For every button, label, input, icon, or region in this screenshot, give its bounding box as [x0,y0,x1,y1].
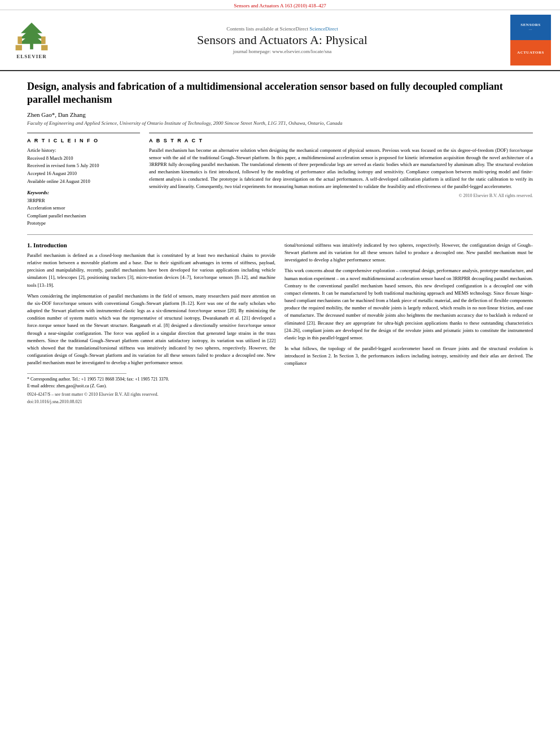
body-right-col: tional/torsional stiffness was intuitive… [285,242,533,405]
elsevier-logo: ELSEVIER [9,21,54,59]
article-info-col: A R T I C L E I N F O Article history: R… [27,133,140,228]
svg-rect-5 [41,45,47,50]
available-date: Available online 24 August 2010 [27,178,140,185]
right-para-3: In what follows, the topology of the par… [285,345,533,368]
footnote-corresponding: * Corresponding author. Tel.: +1 1905 72… [27,376,275,383]
keywords-section: Keywords: 3RRPRR Acceleration sensor Com… [27,190,140,228]
body-left-col: 1. Introduction Parallel mechanism is de… [27,242,275,405]
svg-rect-6 [18,36,22,43]
citation-text: Sensors and Actuators A 163 (2010) 418–4… [234,3,326,8]
right-para-1: tional/torsional stiffness was intuitive… [285,242,533,264]
section-divider [27,234,533,235]
elsevier-wordmark: ELSEVIER [16,54,47,59]
copyright: © 2010 Elsevier B.V. All rights reserved… [149,193,533,198]
intro-para-2: When considering the implementation of p… [27,292,275,367]
badge-top: SENSORS ··· [510,15,551,40]
keyword-4: Prototype [27,220,140,228]
badge-bottom: AcTUATORS [510,40,551,65]
section-title: Introduction [33,242,67,248]
author-names: Zhen Gao*, Dan Zhang [27,111,86,118]
revised-date: Received in revised form 5 July 2010 [27,162,140,169]
history-label: Article history: [27,147,140,154]
abstract-col: A B S T R A C T Parallel mechanism has b… [149,133,533,228]
intro-para-1: Parallel mechanism is defined as a close… [27,252,275,289]
abstract-label: A B S T R A C T [149,138,533,143]
intro-heading: 1. Introduction [27,242,275,248]
sciencedirect-line: Contents lists available at ScienceDirec… [63,26,501,32]
top-citation-bar: Sensors and Actuators A 163 (2010) 418–4… [0,0,560,10]
svg-rect-7 [41,36,46,43]
paper-title: Design, analysis and fabrication of a mu… [27,80,533,107]
abstract-text: Parallel mechanism has become an alterna… [149,147,533,190]
doi-line: doi:10.1016/j.sna.2010.08.021 [27,399,275,404]
authors: Zhen Gao*, Dan Zhang [27,111,533,118]
keywords-label: Keywords: [27,190,140,195]
article-info-label: A R T I C L E I N F O [27,138,140,143]
keyword-3: Compliant parallel mechanism [27,212,140,220]
sensors-actuators-badge: SENSORS ··· AcTUATORS [510,15,551,65]
svg-marker-3 [19,33,45,43]
keyword-1: 3RRPRR [27,197,140,205]
badge-sensors-text: SENSORS ··· [520,23,540,32]
keyword-2: Acceleration sensor [27,204,140,212]
received-date: Received 8 March 2010 [27,155,140,162]
journal-header: ELSEVIER Contents lists available at Sci… [0,10,560,71]
journal-homepage: journal homepage: www.elsevier.com/locat… [63,49,501,54]
footnote-email: E-mail address: zhen.gao@uoit.ca (Z. Gao… [27,383,275,390]
badge-actuators-text: AcTUATORS [517,50,544,55]
svg-rect-4 [16,45,22,50]
section-number: 1. [27,242,32,248]
sciencedirect-link[interactable]: ScienceDirect [309,26,338,32]
journal-title: Sensors and Actuators A: Physical [63,33,501,47]
accepted-date: Accepted 16 August 2010 [27,170,140,177]
article-info-abstract: A R T I C L E I N F O Article history: R… [27,133,533,228]
main-content: Design, analysis and fabrication of a mu… [0,71,560,413]
elsevier-tree-icon [15,21,49,53]
right-para-2: This work concerns about the comprehensi… [285,267,533,342]
journal-center: Contents lists available at ScienceDirec… [63,26,501,54]
body-content: 1. Introduction Parallel mechanism is de… [27,242,533,405]
footnote-divider [27,373,126,374]
issn-line: 0924-4247/$ – see front matter © 2010 El… [27,392,275,397]
affiliation: Faculty of Engineering and Applied Scien… [27,120,533,126]
